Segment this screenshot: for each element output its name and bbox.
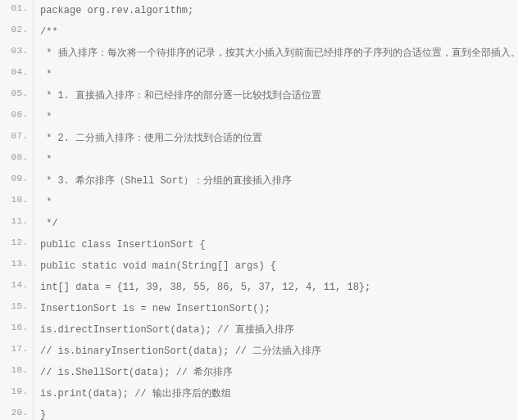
code-row: 11. */ [0,213,518,234]
line-number: 01. [0,0,34,21]
code-row: 08. * [0,149,518,170]
line-number: 20. [0,404,34,420]
line-number: 16. [0,319,34,341]
code-row: 02./** [0,21,518,43]
code-row: 14.int[] data = {11, 39, 38, 55, 86, 5, … [0,277,518,298]
code-row: 18.// is.ShellSort(data); // 希尔排序 [0,362,518,383]
line-code: * [34,149,519,170]
line-code: int[] data = {11, 39, 38, 55, 86, 5, 37,… [34,277,519,298]
code-row: 04. * [0,64,518,85]
line-code: InsertionSort is = new InsertionSort(); [34,298,519,319]
line-code: * [34,64,519,85]
line-number: 10. [0,192,34,213]
line-number: 03. [0,43,34,64]
code-row: 13.public static void main(String[] args… [0,255,518,277]
code-listing: 01.package org.rev.algorithm;02./**03. *… [0,0,518,420]
line-code: // is.binaryInsertionSort(data); // 二分法插… [34,341,519,362]
line-number: 06. [0,106,34,128]
line-code: public static void main(String[] args) { [34,255,519,277]
line-code: package org.rev.algorithm; [34,0,519,21]
code-row: 10. * [0,192,518,213]
code-row: 12.public class InsertionSort { [0,234,518,255]
line-code: is.print(data); // 输出排序后的数组 [34,383,519,404]
line-number: 08. [0,149,34,170]
line-number: 09. [0,170,34,192]
code-row: 19.is.print(data); // 输出排序后的数组 [0,383,518,404]
line-code: * 2. 二分插入排序：使用二分法找到合适的位置 [34,128,519,149]
code-row: 17.// is.binaryInsertionSort(data); // 二… [0,341,518,362]
code-row: 20.} [0,404,518,420]
line-code: * 插入排序：每次将一个待排序的记录，按其大小插入到前面已经排序的子序列的合适位… [34,43,519,64]
line-number: 19. [0,383,34,404]
line-number: 17. [0,341,34,362]
line-code: * 1. 直接插入排序：和已经排序的部分逐一比较找到合适位置 [34,85,519,106]
line-number: 15. [0,298,34,319]
line-number: 14. [0,277,34,298]
line-code: * [34,106,519,128]
code-row: 16.is.directInsertionSort(data); // 直接插入… [0,319,518,341]
line-number: 12. [0,234,34,255]
line-number: 02. [0,21,34,43]
line-number: 11. [0,213,34,234]
code-row: 09. * 3. 希尔排序（Shell Sort）：分组的直接插入排序 [0,170,518,192]
line-code: // is.ShellSort(data); // 希尔排序 [34,362,519,383]
line-code: * 3. 希尔排序（Shell Sort）：分组的直接插入排序 [34,170,519,192]
code-row: 15.InsertionSort is = new InsertionSort(… [0,298,518,319]
line-code: is.directInsertionSort(data); // 直接插入排序 [34,319,519,341]
line-code: * [34,192,519,213]
line-code: } [34,404,519,420]
line-number: 05. [0,85,34,106]
line-code: /** [34,21,519,43]
line-number: 13. [0,255,34,277]
code-row: 06. * [0,106,518,128]
code-row: 01.package org.rev.algorithm; [0,0,518,21]
line-number: 18. [0,362,34,383]
code-row: 03. * 插入排序：每次将一个待排序的记录，按其大小插入到前面已经排序的子序列… [0,43,518,64]
line-code: public class InsertionSort { [34,234,519,255]
line-number: 07. [0,128,34,149]
code-row: 05. * 1. 直接插入排序：和已经排序的部分逐一比较找到合适位置 [0,85,518,106]
line-number: 04. [0,64,34,85]
code-row: 07. * 2. 二分插入排序：使用二分法找到合适的位置 [0,128,518,149]
line-code: */ [34,213,519,234]
